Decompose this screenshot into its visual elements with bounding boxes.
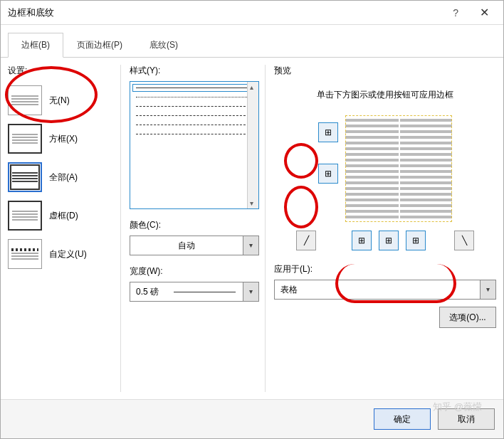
tab-page-border[interactable]: 页面边框(P) bbox=[63, 33, 136, 58]
setting-box[interactable]: 方框(X) bbox=[8, 120, 115, 158]
swatch-custom-icon bbox=[8, 239, 42, 269]
border-vmiddle-button[interactable]: ⊞ bbox=[379, 231, 399, 250]
setting-all-label: 全部(A) bbox=[49, 171, 78, 184]
setting-custom[interactable]: 自定义(U) bbox=[8, 235, 115, 273]
settings-column: 设置: 无(N) 方框(X) 全部(A) bbox=[8, 65, 115, 392]
border-diagonal2-button[interactable]: ╲ bbox=[454, 231, 474, 250]
help-icon[interactable]: ? bbox=[453, 7, 458, 18]
setting-all[interactable]: 全部(A) bbox=[8, 158, 115, 196]
style-scrollbar[interactable] bbox=[247, 82, 258, 208]
borders-shading-dialog: 边框和底纹 ? ✕ 边框(B) 页面边框(P) 底纹(S) 设置: 无(N) 方… bbox=[0, 0, 504, 439]
tab-strip: 边框(B) 页面边框(P) 底纹(S) bbox=[1, 25, 503, 58]
border-hmiddle-button[interactable]: ⊞ bbox=[318, 164, 338, 184]
border-right-button[interactable]: ⊞ bbox=[406, 231, 426, 250]
setting-grid[interactable]: 虚框(D) bbox=[8, 196, 115, 235]
style-option-dotted[interactable] bbox=[136, 97, 253, 97]
style-column: 样式(Y): 颜色(C): 自动 ▾ 宽度(W): 0.5 磅 ▾ bbox=[120, 65, 259, 392]
setting-none-label: 无(N) bbox=[49, 95, 70, 107]
chevron-down-icon: ▾ bbox=[480, 280, 495, 299]
width-value: 0.5 磅 bbox=[130, 286, 167, 298]
titlebar: 边框和底纹 ? ✕ bbox=[1, 1, 503, 25]
border-top-button[interactable]: ⊞ bbox=[318, 122, 338, 142]
width-dropdown[interactable]: 0.5 磅 ▾ bbox=[130, 282, 259, 302]
watermark: 知乎 @薇懞 bbox=[433, 401, 482, 413]
style-option-dashed-2[interactable] bbox=[136, 115, 253, 116]
tab-borders[interactable]: 边框(B) bbox=[8, 33, 63, 58]
style-listbox[interactable] bbox=[130, 81, 259, 209]
color-value: 自动 bbox=[130, 240, 243, 252]
preview-message: 单击下方图示或使用按钮可应用边框 bbox=[288, 88, 482, 101]
swatch-grid-icon bbox=[8, 201, 42, 231]
window-title: 边框和底纹 bbox=[8, 6, 453, 19]
style-option-dashdot-2[interactable] bbox=[136, 134, 253, 134]
swatch-none-icon bbox=[8, 85, 42, 115]
style-label: 样式(Y): bbox=[130, 65, 259, 77]
apply-to-value: 表格 bbox=[275, 284, 480, 296]
apply-to-dropdown[interactable]: 表格 ▾ bbox=[274, 280, 496, 300]
preview-label: 预览 bbox=[274, 65, 496, 77]
dialog-body: 设置: 无(N) 方框(X) 全部(A) bbox=[1, 58, 503, 399]
setting-grid-label: 虚框(D) bbox=[49, 210, 78, 222]
close-icon[interactable]: ✕ bbox=[473, 3, 496, 22]
dialog-footer: 确定 取消 bbox=[1, 399, 503, 438]
ok-button[interactable]: 确定 bbox=[374, 408, 431, 430]
preview-bottom-buttons: ╱ ⊞ ⊞ ⊞ ╲ bbox=[274, 231, 496, 250]
preview-side-buttons: ⊞ ⊞ bbox=[318, 122, 338, 222]
swatch-box-icon bbox=[8, 124, 42, 154]
width-label: 宽度(W): bbox=[130, 265, 259, 277]
preview-column: 预览 单击下方图示或使用按钮可应用边框 ⊞ ⊞ ╱ ⊞ ⊞ ⊞ ╲ 应用于(L)… bbox=[265, 65, 496, 392]
preview-area: ⊞ ⊞ bbox=[274, 115, 496, 222]
apply-to-label: 应用于(L): bbox=[274, 263, 496, 275]
options-button[interactable]: 选项(O)... bbox=[439, 307, 496, 328]
setting-box-label: 方框(X) bbox=[49, 133, 78, 145]
setting-custom-label: 自定义(U) bbox=[49, 248, 87, 260]
width-preview-line bbox=[174, 292, 236, 292]
border-diagonal-button[interactable]: ╱ bbox=[296, 231, 316, 250]
chevron-down-icon: ▾ bbox=[243, 236, 258, 255]
color-dropdown[interactable]: 自动 ▾ bbox=[130, 236, 259, 255]
border-left-button[interactable]: ⊞ bbox=[352, 231, 372, 250]
tab-shading[interactable]: 底纹(S) bbox=[136, 33, 191, 58]
preview-diagram[interactable] bbox=[345, 115, 452, 222]
swatch-all-icon bbox=[8, 162, 42, 192]
settings-label: 设置: bbox=[8, 65, 115, 77]
chevron-down-icon: ▾ bbox=[243, 282, 258, 301]
setting-none[interactable]: 无(N) bbox=[8, 81, 115, 120]
style-option-dashed-1[interactable] bbox=[136, 106, 253, 107]
color-label: 颜色(C): bbox=[130, 219, 259, 231]
style-option-dashdot-1[interactable] bbox=[136, 125, 253, 125]
style-option-solid[interactable] bbox=[136, 88, 253, 88]
